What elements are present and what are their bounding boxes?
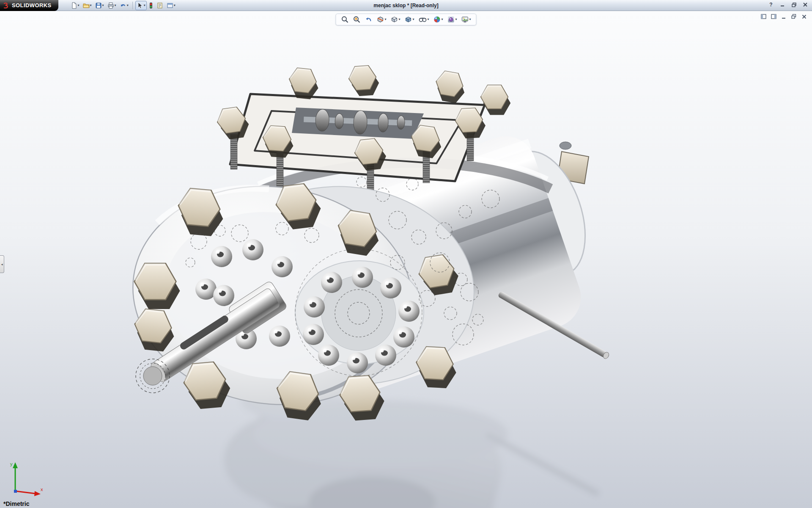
new-document-button[interactable]: ▾ <box>69 1 81 10</box>
undo-button[interactable]: ▾ <box>118 1 130 10</box>
print-button[interactable]: ▾ <box>106 1 118 10</box>
minimize-icon <box>780 3 785 7</box>
coordinate-triad: y x <box>5 456 46 497</box>
rebuild-indicator-button[interactable] <box>148 1 154 10</box>
view-orientation-button[interactable]: ▾ <box>389 15 401 24</box>
dropdown-caret: ▾ <box>412 18 414 21</box>
apply-scene-button[interactable]: ▾ <box>446 15 458 24</box>
solidworks-logo: SOLIDWORKS <box>0 0 58 11</box>
display-style-icon <box>404 16 412 23</box>
dropdown-caret: ▾ <box>102 4 104 7</box>
doc-close-icon <box>802 14 807 19</box>
dropdown-caret: ▾ <box>144 4 145 7</box>
dropdown-caret: ▾ <box>174 4 176 7</box>
dropdown-caret: ▾ <box>384 18 386 21</box>
headsup-view-toolbar: ▾ ▾ ▾ ▾ <box>335 14 476 25</box>
x-axis-label: x <box>41 487 43 492</box>
viewport-scene[interactable] <box>0 11 812 508</box>
feature-manager-collapsed-tab[interactable]: ◂ <box>0 255 4 273</box>
logo-text: SOLIDWORKS <box>12 2 52 8</box>
view-orientation-cube-icon <box>390 16 398 23</box>
section-view-button[interactable]: ▾ <box>375 15 387 24</box>
view-orientation-label: *Dimetric <box>3 500 29 507</box>
display-style-button[interactable]: ▾ <box>403 15 415 24</box>
close-icon <box>803 3 807 7</box>
edit-appearance-button[interactable]: ▾ <box>432 15 444 24</box>
display-pane-expand-button[interactable] <box>770 13 777 20</box>
dropdown-caret: ▾ <box>442 18 443 21</box>
previous-view-button[interactable] <box>363 15 373 24</box>
pane-expand-left-icon <box>761 14 766 19</box>
view-settings-icon <box>461 16 469 23</box>
previous-view-icon <box>365 16 372 23</box>
restore-button[interactable] <box>790 1 798 8</box>
chevron-left-icon: ◂ <box>1 262 3 266</box>
options-button[interactable]: ▾ <box>165 1 177 10</box>
titlebar-window-controls: ? <box>767 1 809 8</box>
dropdown-caret: ▾ <box>455 18 457 21</box>
zoom-to-area-icon <box>353 16 360 23</box>
y-axis-label: y <box>10 461 13 467</box>
pane-expand-right-icon <box>771 14 776 19</box>
minimize-button[interactable] <box>778 1 787 8</box>
section-view-icon <box>376 16 384 23</box>
doc-minimize-icon <box>782 14 786 19</box>
options-window-icon <box>167 2 173 9</box>
file-properties-button[interactable] <box>155 1 165 10</box>
dropdown-caret: ▾ <box>427 18 429 21</box>
dropdown-caret: ▾ <box>127 4 129 7</box>
doc-restore-icon <box>791 14 796 19</box>
print-icon <box>107 2 114 9</box>
z-axis-marker <box>14 490 17 493</box>
doc-close-button[interactable] <box>800 13 808 20</box>
doc-minimize-button[interactable] <box>780 13 787 20</box>
new-document-icon <box>71 2 77 9</box>
dropdown-caret: ▾ <box>469 18 471 21</box>
hide-show-eye-icon <box>418 16 427 23</box>
dropdown-caret: ▾ <box>115 4 116 7</box>
dropdown-caret: ▾ <box>90 4 92 7</box>
doc-restore-button[interactable] <box>790 13 798 20</box>
titlebar: SOLIDWORKS ▾ ▾ ▾ <box>0 0 812 11</box>
select-arrow-icon <box>137 2 143 9</box>
appearance-ball-icon <box>433 16 441 23</box>
save-button[interactable]: ▾ <box>94 1 105 10</box>
zoom-to-area-button[interactable] <box>351 15 362 24</box>
document-window-controls <box>760 13 808 20</box>
hide-show-items-button[interactable]: ▾ <box>417 15 430 24</box>
file-properties-icon <box>156 2 163 9</box>
restore-icon <box>792 3 796 7</box>
graphics-area[interactable]: ▾ ▾ ▾ ▾ <box>0 11 812 508</box>
apply-scene-icon <box>447 16 455 23</box>
rebuild-traffic-icon <box>149 2 153 9</box>
x-axis-arrow <box>34 491 41 496</box>
window-title: menjac sklop * [Read-only] <box>373 3 438 8</box>
y-axis-arrow <box>13 462 18 468</box>
zoom-to-fit-button[interactable] <box>340 15 350 24</box>
open-button[interactable]: ▾ <box>82 1 93 10</box>
help-button[interactable]: ? <box>767 1 775 8</box>
select-tool-button[interactable]: ▾ <box>135 1 147 10</box>
zoom-to-fit-icon <box>341 16 348 23</box>
close-button[interactable] <box>801 1 809 8</box>
ds-logo-icon <box>3 2 10 9</box>
save-floppy-icon <box>95 2 102 9</box>
feature-pane-expand-button[interactable] <box>760 13 767 20</box>
main-toolbar: ▾ ▾ ▾ ▾ ▾ <box>69 1 177 10</box>
dropdown-caret: ▾ <box>78 4 80 7</box>
undo-icon <box>120 2 126 9</box>
dropdown-caret: ▾ <box>398 18 400 21</box>
view-settings-button[interactable]: ▾ <box>460 15 472 24</box>
toolbar-separator <box>132 2 133 9</box>
open-folder-icon <box>83 2 90 9</box>
